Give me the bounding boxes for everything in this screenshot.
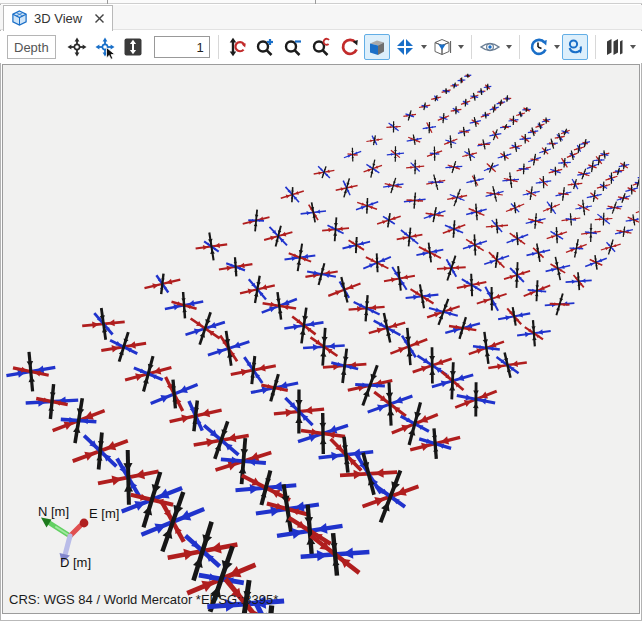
tensor-glyph <box>264 226 292 247</box>
view-cube-button[interactable] <box>364 34 390 60</box>
pan-black-button[interactable] <box>64 34 90 60</box>
rotate-ccw-icon <box>339 37 359 57</box>
tensor-glyph <box>450 83 458 89</box>
tensor-glyph <box>406 160 424 175</box>
tensor-glyph <box>356 198 378 214</box>
tensor-glyph <box>566 272 592 290</box>
vertical-exaggeration-button[interactable] <box>120 34 146 60</box>
fit-scene-button[interactable] <box>392 34 418 60</box>
tensor-glyph <box>366 135 382 145</box>
tensor-glyph <box>517 320 551 346</box>
zoom-out-button[interactable] <box>280 34 306 60</box>
tensor-glyph <box>6 352 55 392</box>
tensor-glyph <box>431 95 441 101</box>
dropdown-caret-icon[interactable] <box>506 45 512 49</box>
tensor-glyph <box>577 169 590 180</box>
tensor-glyph <box>526 213 546 229</box>
tensor-glyph <box>274 390 324 434</box>
tensor-glyph <box>82 308 125 340</box>
down-axis <box>65 536 70 555</box>
tensor-glyph <box>615 227 633 238</box>
zoom-reset-icon <box>311 37 331 57</box>
tensor-glyph <box>613 168 624 175</box>
scale-input[interactable] <box>154 36 210 58</box>
tensor-glyph <box>498 151 512 160</box>
tensor-glyph <box>387 146 404 162</box>
top-tick <box>107 0 108 4</box>
toolbar: Depth <box>0 31 642 63</box>
tensor-glyph <box>285 244 316 272</box>
dropdown-caret-icon[interactable] <box>630 45 636 49</box>
camera-position-button[interactable] <box>429 34 455 60</box>
view-cube-icon <box>367 37 387 57</box>
tensor-glyph <box>549 167 563 176</box>
tensor-glyph <box>626 214 639 225</box>
auto-rotate-icon <box>528 37 548 57</box>
pan-blue-button[interactable] <box>92 34 118 60</box>
tensor-glyph <box>410 428 460 458</box>
tensor-glyph <box>562 213 581 225</box>
tensor-glyph <box>585 255 607 269</box>
dropdown-caret-icon[interactable] <box>554 45 560 49</box>
zoom-reset-button[interactable] <box>308 34 334 60</box>
tensor-glyph <box>486 186 504 202</box>
tensor-glyph <box>507 232 529 245</box>
zoom-in-button[interactable] <box>252 34 278 60</box>
tensor-glyph <box>543 202 560 214</box>
tensor-glyph <box>500 124 511 130</box>
tensor-glyph <box>528 154 541 166</box>
tensor-glyph <box>262 292 297 320</box>
tensor-glyph <box>547 139 558 149</box>
close-icon[interactable] <box>94 13 105 24</box>
fence-display-button[interactable] <box>601 34 627 60</box>
3d-viewport[interactable]: N [m] E [m] D [m] CRS: WGS 84 / World Me… <box>2 64 640 614</box>
tensor-glyph <box>458 127 470 136</box>
tensor-glyph <box>625 185 638 195</box>
tensor-glyph <box>636 206 639 215</box>
tensor-glyph <box>547 227 567 243</box>
tensor-glyph <box>284 308 323 344</box>
tensor-glyph <box>445 317 480 339</box>
tensor-glyph <box>484 252 509 268</box>
tensor-glyph <box>344 148 361 162</box>
tensor-glyph <box>567 151 578 161</box>
tab-3d-view[interactable]: 3D View <box>3 5 113 31</box>
fit-scene-icon <box>395 37 415 57</box>
tensor-glyph <box>424 207 446 222</box>
tensor-glyph <box>281 187 304 202</box>
tensor-glyph <box>438 113 449 123</box>
tensor-glyph <box>581 224 601 242</box>
tensor-glyph <box>536 122 545 129</box>
dropdown-caret-icon[interactable] <box>421 45 427 49</box>
tensor-glyph <box>466 175 483 187</box>
visibility-button[interactable] <box>477 34 503 60</box>
tensor-glyph <box>397 228 423 247</box>
depth-button[interactable]: Depth <box>7 35 56 59</box>
tensor-glyph <box>520 134 532 143</box>
flip-rotate-button[interactable] <box>224 34 250 60</box>
free-rotate-button[interactable] <box>562 34 588 60</box>
tensor-glyph <box>558 158 571 168</box>
fence-display-icon <box>604 37 624 57</box>
tensor-glyph <box>477 139 490 149</box>
tab-title: 3D View <box>34 11 88 26</box>
snapshot-button[interactable] <box>638 34 642 60</box>
3d-view-pane: 3D View Depth <box>0 0 642 624</box>
tensor-glyph <box>504 262 530 288</box>
tensor-glyph <box>527 244 551 262</box>
tensor-glyph <box>466 204 487 221</box>
zoom-out-icon <box>283 37 303 57</box>
tensor-glyph <box>386 121 400 132</box>
tensor-glyph <box>363 253 391 272</box>
auto-rotate-button[interactable] <box>525 34 551 60</box>
tensor-glyph <box>462 148 477 160</box>
tensor-glyph <box>314 166 335 178</box>
tensor-glyph <box>545 293 575 315</box>
tab-bar: 3D View <box>0 5 642 30</box>
dropdown-caret-icon[interactable] <box>458 45 464 49</box>
tensor-glyph <box>522 107 530 112</box>
tensor-glyph <box>53 398 105 443</box>
tensor-glyph <box>416 243 443 263</box>
toolbar-separator <box>595 35 596 59</box>
rotate-ccw-button[interactable] <box>336 34 362 60</box>
